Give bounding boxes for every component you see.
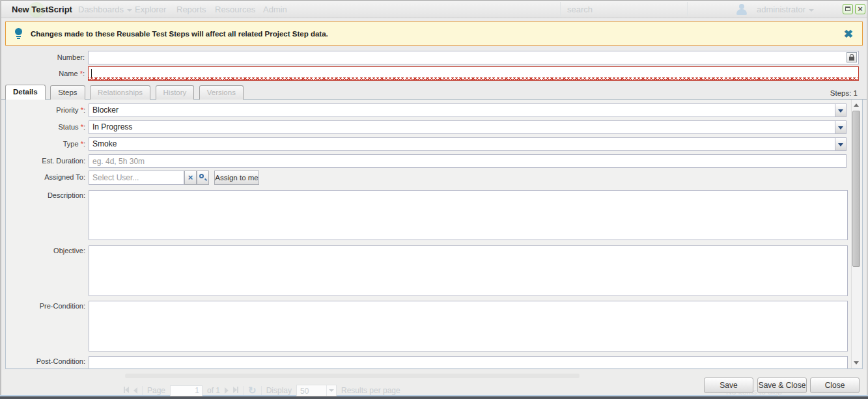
nav-reports: Reports	[176, 5, 206, 14]
save-button[interactable]: Save	[704, 378, 753, 393]
lock-icon[interactable]	[847, 52, 857, 62]
notification-bar: Changes made to these Reusable Test Step…	[5, 21, 863, 46]
est-duration-input[interactable]	[89, 154, 847, 168]
name-input[interactable]	[88, 66, 859, 81]
maximize-icon	[845, 7, 850, 11]
scrollbar-thumb[interactable]	[852, 111, 860, 267]
tab-details[interactable]: Details	[5, 85, 46, 100]
dismiss-notification-button[interactable]: ✖	[844, 27, 853, 41]
page-label: Page	[147, 386, 165, 395]
chevron-down-icon	[838, 126, 843, 130]
notification-message: Changes made to these Reusable Test Step…	[31, 30, 328, 38]
chevron-down-icon	[329, 389, 334, 392]
close-window-button[interactable]: ×	[855, 4, 865, 14]
display-label: Display	[266, 386, 292, 395]
est-duration-label: Est. Duration:	[6, 157, 85, 165]
search-user-button[interactable]	[197, 171, 209, 185]
objective-label: Objective:	[6, 247, 85, 255]
next-page-icon	[225, 387, 229, 394]
nav-dashboards: Dashboards	[78, 5, 132, 14]
pager-divider	[243, 386, 244, 395]
steps-counter: Steps: 1	[830, 89, 858, 97]
number-input[interactable]	[88, 51, 859, 64]
assign-to-me-button[interactable]: Assign to me	[214, 171, 259, 185]
objective-textarea[interactable]	[89, 245, 848, 296]
page-number-input	[170, 385, 203, 396]
clear-icon: ×	[188, 172, 193, 182]
scroll-up-icon[interactable]	[854, 103, 859, 107]
priority-value: Blocker	[92, 105, 119, 115]
status-combo[interactable]: In Progress	[89, 120, 847, 134]
save-and-close-button[interactable]: Save & Close	[757, 378, 807, 393]
maximize-button[interactable]	[843, 4, 853, 14]
pre-condition-textarea[interactable]	[89, 301, 848, 351]
chevron-down-icon	[838, 143, 843, 146]
type-label: Type *:	[6, 140, 85, 148]
number-label: Number:	[5, 53, 85, 61]
user-menu: administrator	[757, 5, 814, 14]
description-textarea[interactable]	[89, 190, 848, 240]
chevron-down-icon	[838, 109, 843, 113]
priority-combo[interactable]: Blocker	[89, 103, 847, 117]
magnifier-icon	[199, 174, 207, 182]
chevron-down-icon	[809, 9, 814, 12]
status-value: In Progress	[92, 122, 132, 131]
page-size-value: 50	[300, 387, 309, 396]
description-label: Description:	[6, 191, 85, 199]
pager-divider	[261, 386, 262, 395]
user-avatar-icon	[736, 3, 748, 16]
type-combo[interactable]: Smoke	[89, 137, 847, 151]
prev-page-icon	[133, 387, 137, 394]
lightbulb-icon	[15, 28, 22, 40]
nav-admin: Admin	[263, 5, 287, 14]
page-size-select: 50	[296, 385, 337, 396]
type-dropdown-trigger[interactable]	[835, 138, 846, 150]
status-label: Status *:	[6, 123, 85, 131]
chevron-down-icon	[127, 9, 132, 12]
assigned-to-input[interactable]	[89, 171, 184, 185]
nav-divider	[560, 2, 561, 16]
tab-steps[interactable]: Steps	[50, 85, 85, 100]
new-testscript-window: New TestScript Dashboards Explorer Repor…	[0, 0, 868, 399]
nav-divider	[687, 2, 688, 16]
page-size-trigger	[326, 385, 336, 396]
background-pagination-bar: Page of 1 ↻ Display 50 Results per page	[124, 384, 400, 397]
panel-scrollbar[interactable]	[851, 100, 861, 368]
refresh-icon: ↻	[248, 385, 257, 396]
priority-label: Priority *:	[6, 106, 85, 114]
page-of-total: of 1	[207, 386, 220, 395]
tab-versions: Versions	[199, 85, 244, 100]
post-condition-label: Post-Condition:	[6, 357, 85, 365]
close-button[interactable]: Close	[810, 378, 860, 393]
tab-bar: Details Steps Relationships History Vers…	[1, 85, 867, 100]
results-per-page-label: Results per page	[341, 386, 400, 395]
tab-relationships: Relationships	[90, 85, 150, 100]
pre-condition-label: Pre-Condition:	[6, 302, 85, 310]
first-page-icon	[124, 386, 129, 395]
last-page-icon	[233, 386, 238, 395]
nav-explorer: Explorer	[135, 5, 166, 14]
close-icon: ×	[858, 4, 863, 14]
background-hscrollbar	[125, 374, 580, 378]
post-condition-textarea[interactable]	[89, 356, 848, 369]
scroll-down-icon[interactable]	[854, 361, 859, 365]
search-input: search	[567, 5, 593, 14]
name-label: Name *:	[5, 70, 85, 77]
nav-resources: Resources	[215, 5, 255, 14]
tab-history: History	[156, 85, 195, 100]
window-header: New TestScript Dashboards Explorer Repor…	[1, 1, 867, 18]
assigned-to-label: Assigned To:	[6, 173, 85, 181]
pager-divider	[142, 386, 143, 395]
status-dropdown-trigger[interactable]	[835, 121, 846, 133]
type-value: Smoke	[92, 139, 117, 148]
priority-dropdown-trigger[interactable]	[835, 104, 846, 117]
text-caret	[91, 69, 92, 78]
details-panel: Priority *: Blocker Status *: In Progres…	[5, 100, 863, 369]
clear-user-button[interactable]: ×	[184, 171, 197, 185]
window-title: New TestScript	[12, 5, 72, 14]
